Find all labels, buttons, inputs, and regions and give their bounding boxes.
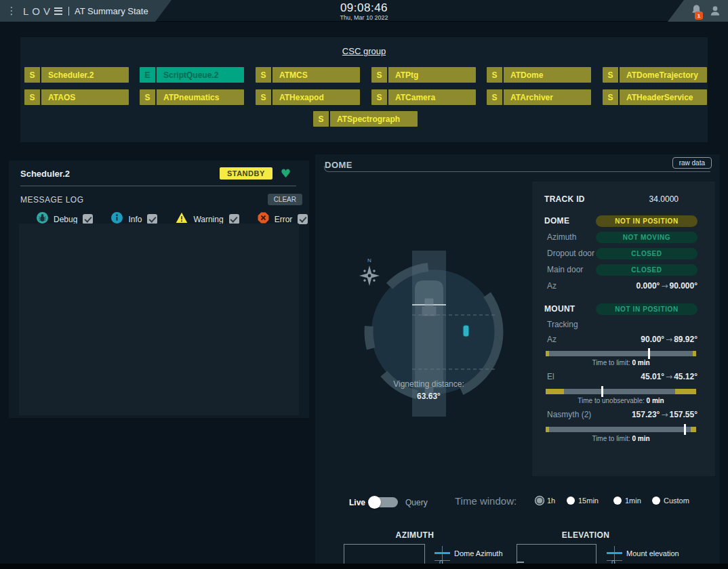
message-log-title: MESSAGE LOG xyxy=(20,195,84,205)
notifications-bell-icon[interactable]: 1 xyxy=(691,4,702,18)
legend-line-icon xyxy=(607,552,622,554)
csc-button-scheduler2[interactable]: S Scheduler.2 xyxy=(24,67,129,83)
compass-icon: N xyxy=(359,257,380,286)
azimuth-status-badge: NOT MOVING xyxy=(596,232,697,243)
nasmyth-label: Nasmyth (2) xyxy=(544,410,591,419)
logo-text: LOV xyxy=(23,5,54,17)
nasmyth-time-caption: Time to limit: 0 min xyxy=(544,435,697,442)
topbar-left-wedge: ⋮ LOV AT Summary State xyxy=(0,0,171,22)
menu-kebab-icon[interactable]: ⋮ xyxy=(5,5,18,17)
arrow-icon: → xyxy=(664,372,674,381)
scheduler-panel: Scheduler.2 STANDBY ♥ MESSAGE LOG CLEAR … xyxy=(9,161,309,418)
dome-az-label: Az xyxy=(544,281,557,291)
mount-az-limit-slider[interactable] xyxy=(546,349,696,358)
dome-panel: DOME raw data N Vignetting xyxy=(315,154,720,569)
tracking-label: Tracking xyxy=(544,320,578,329)
csc-button-atptg[interactable]: S ATPtg xyxy=(371,67,476,83)
page-title: AT Summary State xyxy=(75,6,148,16)
scheduler-title: Scheduler.2 xyxy=(20,169,70,179)
csc-label: ATAOS xyxy=(41,89,129,105)
csc-state-letter: S xyxy=(24,67,40,83)
time-window-1min[interactable]: 1min xyxy=(613,497,641,505)
csc-state-letter: S xyxy=(256,67,271,83)
csc-button-atspectrograph[interactable]: S ATSpectrograph xyxy=(313,111,418,127)
clock-date: Thu, Mar 10 2022 xyxy=(340,14,388,21)
top-bar: ⋮ LOV AT Summary State 09:08:46 Thu, Mar… xyxy=(0,0,728,22)
elevation-label: El xyxy=(544,372,554,381)
main-door-label: Main door xyxy=(544,265,583,274)
elevation-legend-label: Mount elevation xyxy=(626,549,679,557)
elevation-chart-title: ELEVATION xyxy=(545,530,626,540)
toggle-knob[interactable] xyxy=(368,496,381,509)
heartbeat-icon[interactable]: ♥ xyxy=(281,167,291,180)
nasmyth-limit-slider[interactable] xyxy=(546,425,696,434)
csc-label: ATArchiver xyxy=(504,89,591,105)
vignetting-label: Vignetting distance: xyxy=(359,379,498,389)
csc-state-letter: S xyxy=(371,67,387,83)
filter-label: Debug xyxy=(54,215,77,224)
dome-section-label: DOME xyxy=(544,216,569,226)
csc-button-atarchiver[interactable]: S ATArchiver xyxy=(487,89,591,105)
track-id-label: TRACK ID xyxy=(544,194,585,204)
radio-icon[interactable] xyxy=(652,497,660,505)
info-checkbox[interactable] xyxy=(147,214,157,224)
time-window-15min[interactable]: 15min xyxy=(567,497,599,505)
mount-section-label: MOUNT xyxy=(544,304,575,314)
vignetting-readout: Vignetting distance: 63.63° xyxy=(359,379,498,401)
time-window-custom[interactable]: Custom xyxy=(652,497,689,505)
live-query-toggle[interactable] xyxy=(369,497,398,507)
clock: 09:08:46 Thu, Mar 10 2022 xyxy=(340,1,388,21)
mount-az-value: 90.00°→89.92° xyxy=(641,335,697,344)
csc-label: ATCamera xyxy=(388,89,476,105)
filter-label: Error xyxy=(275,215,293,224)
raw-data-button[interactable]: raw data xyxy=(672,157,712,169)
compass-north-label: N xyxy=(367,257,371,264)
filter-label: Warning xyxy=(193,215,223,224)
csc-button-atcamera[interactable]: S ATCamera xyxy=(371,89,476,105)
notification-badge: 1 xyxy=(695,12,703,20)
csc-state-letter: E xyxy=(140,67,155,83)
csc-state-letter: S xyxy=(140,89,155,105)
error-checkbox[interactable] xyxy=(298,214,308,224)
message-log-list[interactable] xyxy=(19,224,299,415)
mount-az-label: Az xyxy=(544,335,557,344)
azimuth-chart-title: AZIMUTH xyxy=(374,530,456,540)
dome-status-badge: NOT IN POSITION xyxy=(596,215,697,227)
radio-icon[interactable] xyxy=(567,497,575,505)
clock-time: 09:08:46 xyxy=(340,1,388,15)
clear-button[interactable]: CLEAR xyxy=(268,194,302,205)
dropout-door-status-badge: CLOSED xyxy=(596,248,697,259)
csc-state-letter: S xyxy=(487,89,502,105)
csc-button-atdometrajectory[interactable]: S ATDomeTrajectory xyxy=(603,67,707,83)
csc-label: ATSpectrograph xyxy=(330,111,418,127)
csc-button-atheaderservice[interactable]: S ATHeaderService xyxy=(603,89,707,105)
elevation-limit-slider[interactable] xyxy=(546,387,696,396)
csc-state-letter: S xyxy=(24,89,40,105)
radio-icon[interactable] xyxy=(613,497,622,505)
csc-label: ATHexapod xyxy=(272,89,360,105)
query-label: Query xyxy=(405,498,428,507)
csc-button-atdome[interactable]: S ATDome xyxy=(487,67,591,83)
dome-mount-summary: TRACK ID 34.0000 DOME NOT IN POSITION Az… xyxy=(532,182,715,476)
csc-button-ataos[interactable]: S ATAOS xyxy=(24,89,129,105)
debug-checkbox[interactable] xyxy=(83,214,93,224)
csc-label: ATHeaderService xyxy=(620,89,707,105)
window-bottom-edge xyxy=(0,564,728,569)
track-id-value: 34.0000 xyxy=(649,194,697,204)
user-icon[interactable] xyxy=(709,5,721,17)
csc-state-letter: S xyxy=(603,67,618,83)
arrow-icon: → xyxy=(664,335,674,344)
csc-label: ATPtg xyxy=(388,67,476,83)
logo-divider xyxy=(68,7,69,16)
scheduler-state-badge: STANDBY xyxy=(220,167,272,180)
warning-checkbox[interactable] xyxy=(229,214,239,224)
csc-label: ATMCS xyxy=(272,67,360,83)
csc-button-atmcs[interactable]: S ATMCS xyxy=(256,67,360,83)
time-window-1h[interactable]: 1h xyxy=(535,497,555,505)
radio-icon[interactable] xyxy=(535,497,544,505)
csc-group-title: CSC group xyxy=(20,46,708,56)
csc-button-atpneumatics[interactable]: S ATPneumatics xyxy=(140,89,244,105)
csc-button-scriptqueue2[interactable]: E ScriptQueue.2 xyxy=(140,67,244,83)
csc-label: ATPneumatics xyxy=(157,89,244,105)
csc-button-athexapod[interactable]: S ATHexapod xyxy=(256,89,360,105)
